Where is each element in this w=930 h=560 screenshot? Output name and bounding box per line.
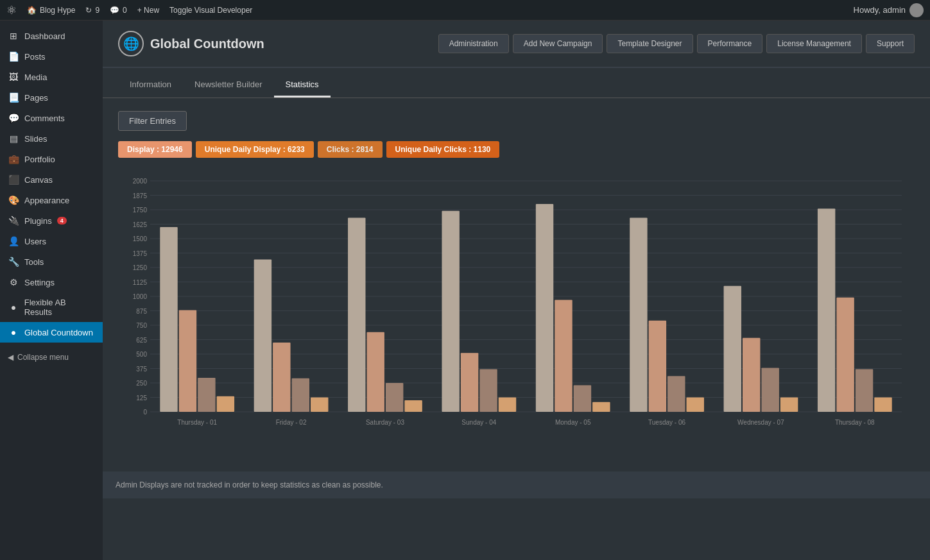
svg-rect-69 xyxy=(818,208,835,412)
nav-btn-add-new-campaign[interactable]: Add New Campaign xyxy=(513,34,603,53)
site-name: Blog Hype xyxy=(40,6,75,15)
nav-btn-administration[interactable]: Administration xyxy=(438,34,509,53)
comments-link[interactable]: 💬 0 xyxy=(110,6,127,15)
svg-rect-47 xyxy=(404,400,422,412)
menu-icon-global-countdown: ● xyxy=(8,327,19,337)
sidebar-item-canvas[interactable]: ⬛ Canvas xyxy=(0,169,103,190)
main-content: 🌐 Global Countdown AdministrationAdd New… xyxy=(103,21,930,560)
badge-unique-daily-display: Unique Daily Display : 6233 xyxy=(196,141,314,158)
bar-chart: 0125250375500625750875100011251250137515… xyxy=(118,174,915,444)
sidebar-item-media[interactable]: 🖼 Media xyxy=(0,67,103,87)
svg-text:1625: 1625 xyxy=(133,221,148,228)
svg-rect-72 xyxy=(874,398,891,412)
sidebar-item-plugins[interactable]: 🔌 Plugins 4 xyxy=(0,210,103,231)
svg-text:1000: 1000 xyxy=(133,293,148,300)
footer-note-text: Admin Displays are not tracked in order … xyxy=(116,480,383,489)
svg-rect-40 xyxy=(273,343,290,412)
sidebar-item-slides[interactable]: ▤ Slides xyxy=(0,128,103,149)
menu-label-dashboard: Dashboard xyxy=(24,31,65,41)
plugin-logo: 🌐 Global Countdown xyxy=(118,31,264,56)
nav-btn-license-management[interactable]: License Management xyxy=(766,34,862,53)
chart-container: 0125250375500625750875100011251250137515… xyxy=(118,168,915,452)
menu-label-slides: Slides xyxy=(24,134,47,144)
nav-btn-support[interactable]: Support xyxy=(866,34,915,53)
svg-rect-54 xyxy=(536,204,553,412)
sidebar-item-dashboard[interactable]: ⊞ Dashboard xyxy=(0,26,103,46)
svg-rect-71 xyxy=(856,369,873,412)
menu-label-flexible-ab: Flexible AB Results xyxy=(24,298,95,317)
tab-newsletter-builder[interactable]: Newsletter Builder xyxy=(183,73,274,98)
menu-icon-appearance: 🎨 xyxy=(8,195,19,205)
admin-bar: ⚛ 🏠 Blog Hype ↻ 9 💬 0 + New Toggle Visua… xyxy=(0,0,930,21)
svg-text:Thursday - 08: Thursday - 08 xyxy=(835,419,875,426)
menu-label-global-countdown: Global Countdown xyxy=(24,328,93,337)
menu-icon-posts: 📄 xyxy=(8,51,19,62)
sidebar-item-comments[interactable]: 💬 Comments xyxy=(0,108,103,128)
sidebar-item-tools[interactable]: 🔧 Tools xyxy=(0,251,103,272)
howdy-section: Howdy, admin xyxy=(854,3,924,17)
svg-text:875: 875 xyxy=(136,308,147,315)
svg-text:250: 250 xyxy=(136,380,147,387)
plugin-header: 🌐 Global Countdown AdministrationAdd New… xyxy=(103,21,930,68)
svg-rect-60 xyxy=(649,321,666,412)
svg-rect-37 xyxy=(217,396,234,412)
menu-label-tools: Tools xyxy=(24,257,44,267)
site-name-link[interactable]: 🏠 Blog Hype xyxy=(27,6,75,15)
sidebar-item-global-countdown[interactable]: ● Global Countdown xyxy=(0,322,103,343)
sidebar-item-flexible-ab[interactable]: ● Flexible AB Results xyxy=(0,293,103,322)
svg-rect-49 xyxy=(442,211,459,412)
sidebar-item-pages[interactable]: 📃 Pages xyxy=(0,87,103,108)
updates-link[interactable]: ↻ 9 xyxy=(85,6,99,15)
filter-entries-button[interactable]: Filter Entries xyxy=(118,111,187,131)
nav-btn-template-designer[interactable]: Template Designer xyxy=(607,34,693,53)
svg-text:750: 750 xyxy=(136,322,147,329)
sidebar-item-settings[interactable]: ⚙ Settings xyxy=(0,272,103,293)
svg-text:1125: 1125 xyxy=(133,279,148,286)
svg-rect-42 xyxy=(311,398,328,412)
svg-rect-57 xyxy=(592,402,610,412)
svg-rect-50 xyxy=(461,353,478,412)
svg-rect-56 xyxy=(574,386,591,412)
menu-icon-flexible-ab: ● xyxy=(8,302,19,312)
tab-information[interactable]: Information xyxy=(118,73,183,98)
sidebar-item-users[interactable]: 👤 Users xyxy=(0,231,103,251)
badge-display: Display : 12946 xyxy=(118,141,192,158)
sidebar-item-posts[interactable]: 📄 Posts xyxy=(0,46,103,67)
updates-count: 9 xyxy=(95,6,99,15)
menu-label-portfolio: Portfolio xyxy=(24,155,55,164)
wp-logo[interactable]: ⚛ xyxy=(6,3,17,17)
svg-text:500: 500 xyxy=(136,351,147,358)
avatar[interactable] xyxy=(909,3,924,17)
sidebar: ⊞ Dashboard 📄 Posts 🖼 Media 📃 Pages 💬 Co… xyxy=(0,21,103,560)
stats-badges: Display : 12946Unique Daily Display : 62… xyxy=(118,141,915,158)
globe-icon: 🌐 xyxy=(118,31,144,56)
svg-rect-34 xyxy=(160,227,177,412)
toggle-visual-developer[interactable]: Toggle Visual Developer xyxy=(169,6,252,15)
sidebar-item-portfolio[interactable]: 💼 Portfolio xyxy=(0,149,103,169)
toggle-label: Toggle Visual Developer xyxy=(169,6,252,15)
badge-unique-daily-clicks: Unique Daily Clicks : 1130 xyxy=(386,141,500,158)
tab-statistics[interactable]: Statistics xyxy=(274,73,331,98)
svg-text:2000: 2000 xyxy=(133,178,148,185)
svg-text:Wednesday - 07: Wednesday - 07 xyxy=(737,419,784,426)
nav-btn-performance[interactable]: Performance xyxy=(697,34,763,53)
svg-rect-70 xyxy=(836,298,854,412)
sidebar-item-appearance[interactable]: 🎨 Appearance xyxy=(0,190,103,210)
menu-label-settings: Settings xyxy=(24,278,55,287)
svg-rect-62 xyxy=(687,398,704,412)
menu-icon-plugins: 🔌 xyxy=(8,216,19,226)
menu-icon-dashboard: ⊞ xyxy=(8,31,19,41)
svg-text:1750: 1750 xyxy=(133,207,148,214)
menu-label-appearance: Appearance xyxy=(24,196,69,205)
svg-rect-65 xyxy=(743,338,760,412)
menu-icon-canvas: ⬛ xyxy=(8,174,19,185)
collapse-menu[interactable]: ◀ Collapse menu xyxy=(0,348,103,367)
svg-rect-44 xyxy=(348,218,365,412)
svg-text:125: 125 xyxy=(136,395,147,402)
new-content-link[interactable]: + New xyxy=(137,6,159,15)
menu-icon-slides: ▤ xyxy=(8,133,19,144)
svg-text:Friday - 02: Friday - 02 xyxy=(276,419,307,426)
menu-icon-portfolio: 💼 xyxy=(8,154,19,164)
menu-icon-comments: 💬 xyxy=(8,113,19,123)
svg-rect-35 xyxy=(179,310,196,412)
